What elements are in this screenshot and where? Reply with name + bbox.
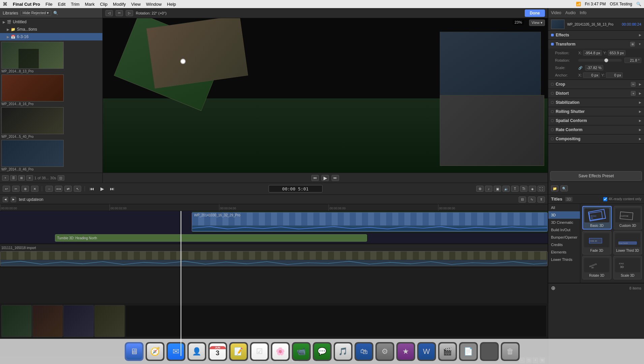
- view-menu[interactable]: View: [131, 2, 141, 7]
- done-button[interactable]: Done: [525, 9, 545, 17]
- cat-credits[interactable]: Credits: [548, 241, 580, 248]
- cat-elements[interactable]: Elements: [548, 248, 580, 256]
- filter-btn[interactable]: ☰: [10, 175, 17, 181]
- primary-clip[interactable]: WP_20141030_16_32_29_Pro: [192, 212, 548, 232]
- scale-link-icon[interactable]: 🔗: [578, 66, 582, 70]
- position-tool[interactable]: ⇄: [64, 186, 72, 192]
- anchor-x-value[interactable]: 0 px: [583, 72, 600, 78]
- pos-x-value[interactable]: -954.8 px: [583, 50, 602, 56]
- view-button[interactable]: View ▾: [529, 20, 545, 26]
- dock-reminders[interactable]: ☑: [250, 342, 269, 361]
- audio2-btn[interactable]: 🔉: [502, 186, 510, 192]
- mark-menu[interactable]: Mark: [85, 2, 95, 7]
- scale-value[interactable]: -37.82 %: [585, 65, 603, 70]
- pos-y-value[interactable]: 653.9 px: [608, 50, 625, 56]
- tl-zoom-fit-btn[interactable]: ⊟: [519, 196, 526, 203]
- tl-nav-next[interactable]: ▶: [11, 197, 16, 202]
- select-tool[interactable]: ↖: [74, 186, 81, 192]
- effects-folder-btn[interactable]: 📁: [551, 185, 558, 191]
- tree-item-smartcollections[interactable]: ▶ 📁 Sma...tions: [0, 26, 102, 33]
- transform-reset-btn[interactable]: ⊞: [630, 42, 635, 47]
- 4k-only-checkbox[interactable]: [603, 197, 607, 201]
- text-btn[interactable]: Tt: [520, 186, 527, 192]
- effect-tile-basic-3d[interactable]: BASIC 3D Basic 3D: [582, 206, 612, 230]
- help-menu[interactable]: Help: [167, 2, 176, 7]
- list-view-btn[interactable]: ≡: [26, 175, 33, 181]
- effects-search-btn[interactable]: 🔍: [560, 185, 568, 191]
- tl-audio-waveform-btn[interactable]: ∿: [528, 196, 535, 203]
- dock-item-18[interactable]: [480, 342, 499, 361]
- cat-lower-thirds[interactable]: Lower Thirds: [548, 256, 580, 263]
- go-to-start-tl[interactable]: ⏮: [88, 185, 96, 192]
- tree-item-6-3-16[interactable]: ▶ 📅 6-3-16: [0, 33, 102, 40]
- dock-contacts[interactable]: 👤: [187, 342, 206, 361]
- window-menu[interactable]: Window: [146, 2, 161, 7]
- rotation-value[interactable]: 21.8 °: [624, 58, 641, 63]
- rotation-handle[interactable]: [180, 59, 186, 64]
- tl-skimming-btn[interactable]: ⥣: [538, 196, 545, 203]
- dock-calendar[interactable]: JUN 3: [208, 342, 227, 361]
- file-menu[interactable]: File: [45, 2, 53, 7]
- grid-view-btn[interactable]: ⊞: [18, 175, 25, 181]
- fullscreen-tl-btn[interactable]: ⛶: [538, 186, 545, 192]
- effect-tile-lower-third-3d[interactable]: Lower Third 3D Lower Third 3D: [613, 231, 642, 254]
- dock-finder[interactable]: 🖥: [125, 342, 144, 361]
- dock-affinity[interactable]: ★: [396, 342, 415, 361]
- import-clip[interactable]: [0, 251, 548, 266]
- cat-all[interactable]: All: [548, 204, 580, 211]
- inspector-tab-audio[interactable]: Audio: [565, 10, 576, 16]
- go-to-start-btn[interactable]: ⏮: [311, 175, 319, 181]
- video-btn[interactable]: ▣: [494, 186, 501, 192]
- edit-menu[interactable]: Edit: [58, 2, 65, 7]
- cat-build-in-out[interactable]: Build In/Out: [548, 226, 580, 234]
- rolling-shutter-header[interactable]: Rolling Shutter ▶: [548, 107, 644, 116]
- thumbnail-item-3[interactable]: WP_2014...5_40_Pro: [1, 107, 101, 139]
- hide-rejected-button[interactable]: Hide Rejected ▾: [20, 10, 51, 16]
- tree-item-untitled[interactable]: ▶ 🎬 Untitled: [0, 18, 102, 26]
- trim-menu[interactable]: Trim: [71, 2, 80, 7]
- title-btn[interactable]: T: [511, 186, 519, 192]
- effects-add-btn[interactable]: ⊕: [551, 285, 555, 291]
- clip-appearance-btn[interactable]: ◫: [58, 175, 64, 181]
- dock-sysprefs[interactable]: ⚙: [375, 342, 394, 361]
- crop-section-header[interactable]: Crop ✂ ▶: [548, 80, 644, 89]
- thumbnail-item-1[interactable]: WP_2014...8_13_Pro: [1, 42, 101, 73]
- tl-nav-prev[interactable]: ◀: [3, 197, 8, 202]
- dock-word[interactable]: W: [417, 342, 436, 361]
- trim-tool[interactable]: ⟺: [55, 186, 62, 192]
- effect-btn[interactable]: ◈: [529, 186, 536, 192]
- anchor-y-value[interactable]: 0 px: [606, 72, 623, 78]
- stabilization-section-header[interactable]: Stabilization ▶: [548, 98, 644, 107]
- viewer-nav-right[interactable]: ▷: [126, 10, 133, 16]
- dock-safari[interactable]: 🧭: [146, 342, 164, 361]
- compositing-header[interactable]: Compositing ▶: [548, 134, 644, 143]
- rotation-slider[interactable]: [578, 59, 622, 62]
- audio-btn[interactable]: ♪: [485, 186, 492, 192]
- go-to-end-btn[interactable]: ⏭: [332, 175, 339, 181]
- dock-finder2[interactable]: 📄: [459, 342, 478, 361]
- effect-tile-fade-3d[interactable]: FADE 3D Fade 3D: [582, 231, 611, 254]
- dock-itunes[interactable]: 🎵: [334, 342, 352, 361]
- go-to-end-tl[interactable]: ⏭: [109, 185, 116, 192]
- inspector-tab-video[interactable]: Video: [551, 10, 561, 16]
- search-icon[interactable]: 🔍: [636, 2, 641, 6]
- rate-conform-header[interactable]: Rate Conform ▶: [548, 125, 644, 134]
- cat-3d[interactable]: 3D: [548, 211, 580, 219]
- dock-trash[interactable]: 🗑: [501, 342, 520, 361]
- thumbnail-item-2[interactable]: WP_2014...8_16_Pro: [1, 74, 101, 106]
- effect-tile-rotate-3d[interactable]: ROTATE 3D Rotate 3D: [582, 256, 611, 279]
- effect-tile-scale-3d[interactable]: SCALE 3D Scale 3D: [613, 256, 642, 279]
- transform-section-header[interactable]: Transform ⊞ ▼: [548, 40, 644, 49]
- paste-btn[interactable]: ⊕: [22, 186, 29, 192]
- dock-facetime[interactable]: 📹: [292, 342, 311, 361]
- spatial-conform-header[interactable]: Spatial Conform ▶: [548, 116, 644, 125]
- save-effects-preset-button[interactable]: Save Effects Preset: [550, 171, 642, 181]
- cat-3d-cinematic[interactable]: 3D Cinematic: [548, 219, 580, 226]
- modify-menu[interactable]: Modify: [113, 2, 126, 7]
- cat-bumper-opener[interactable]: Bumper/Opener: [548, 234, 580, 241]
- dock-photos[interactable]: 🌸: [271, 342, 290, 361]
- distort-section-header[interactable]: Distort ⋄ ▶: [548, 89, 644, 98]
- viewer-nav-left[interactable]: ◁: [105, 10, 113, 16]
- play-tl[interactable]: ▶: [98, 185, 106, 192]
- dock-notes[interactable]: 📝: [229, 342, 248, 361]
